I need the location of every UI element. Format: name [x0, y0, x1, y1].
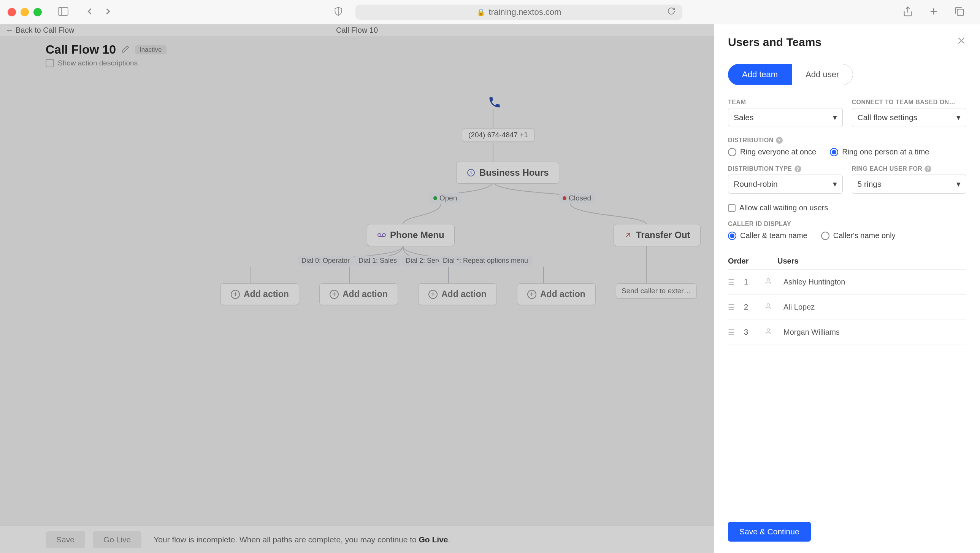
footer-message: Your flow is incomplete. When all paths …	[154, 535, 450, 544]
phone-start-icon	[486, 94, 503, 111]
user-name: Ashley Huntington	[783, 277, 845, 286]
users-column-header: Users	[777, 257, 799, 266]
caller-only-label: Caller's name only	[833, 231, 896, 240]
send-external-label: Send caller to exter…	[622, 287, 691, 295]
lock-icon: 🔒	[477, 8, 485, 16]
maximize-window-button[interactable]	[33, 8, 42, 16]
user-row[interactable]: ☰ 1 Ashley Huntington	[728, 270, 966, 295]
business-hours-node[interactable]: Business Hours	[456, 162, 559, 184]
save-continue-button[interactable]: Save & Continue	[728, 522, 811, 542]
phone-menu-label: Phone Menu	[390, 230, 444, 241]
drag-handle-icon[interactable]: ☰	[728, 328, 735, 337]
branch-open-label: Open	[430, 193, 461, 204]
user-order: 3	[744, 328, 755, 336]
edit-title-icon[interactable]	[121, 45, 130, 55]
add-action-label: Add action	[342, 289, 388, 299]
drag-handle-icon[interactable]: ☰	[728, 277, 735, 287]
clock-icon	[466, 168, 476, 177]
flow-canvas[interactable]: (204) 674-4847 +1 Business Hours Open Cl…	[0, 67, 714, 531]
caller-only-radio[interactable]: Caller's name only	[821, 231, 896, 240]
share-icon[interactable]	[902, 6, 913, 18]
ring-each-select[interactable]: 5 rings ▾	[852, 175, 967, 194]
user-icon	[764, 277, 772, 287]
add-action-button[interactable]: +Add action	[418, 283, 497, 305]
dial-1-label: Dial 1: Sales	[355, 256, 401, 266]
show-descriptions-label: Show action descriptions	[58, 59, 138, 67]
minimize-window-button[interactable]	[21, 8, 29, 16]
svg-point-14	[767, 278, 770, 281]
svg-point-8	[378, 234, 381, 237]
distribution-type-value: Round-robin	[734, 180, 778, 189]
drag-handle-icon[interactable]: ☰	[728, 303, 735, 312]
allow-call-waiting-checkbox[interactable]	[728, 204, 735, 212]
phone-menu-node[interactable]: Phone Menu	[367, 224, 455, 246]
order-column-header: Order	[728, 257, 758, 266]
arrow-up-right-icon	[624, 231, 632, 239]
dial-star-label: Dial *: Repeat options menu	[439, 256, 532, 266]
chevron-down-icon: ▾	[956, 113, 961, 122]
add-action-button[interactable]: +Add action	[517, 283, 596, 305]
add-action-button[interactable]: +Add action	[221, 283, 299, 305]
business-hours-label: Business Hours	[479, 167, 549, 178]
ring-everyone-label: Ring everyone at once	[740, 148, 816, 156]
close-window-button[interactable]	[8, 8, 16, 16]
team-value: Sales	[734, 113, 754, 122]
new-tab-icon[interactable]	[928, 6, 939, 18]
distribution-type-label: DISTRIBUTION TYPE?	[728, 166, 843, 172]
page-title: Call Flow 10	[46, 43, 116, 57]
privacy-shield-icon[interactable]	[333, 6, 343, 18]
forward-button[interactable]	[103, 6, 113, 18]
voicemail-icon	[377, 231, 386, 240]
back-to-call-flow-link[interactable]: ← Back to Call Flow	[6, 26, 75, 35]
user-icon	[764, 327, 772, 337]
chevron-down-icon: ▾	[956, 180, 961, 189]
send-external-node[interactable]: Send caller to exter…	[616, 283, 697, 298]
add-team-tab[interactable]: Add team	[728, 64, 792, 85]
tabs-overview-icon[interactable]	[954, 6, 965, 18]
allow-call-waiting-label: Allow call waiting on users	[739, 204, 828, 212]
add-user-tab[interactable]: Add user	[792, 64, 853, 85]
connect-select[interactable]: Call flow settings ▾	[852, 108, 967, 127]
window-controls	[8, 8, 42, 16]
team-select[interactable]: Sales ▾	[728, 108, 843, 127]
go-live-button[interactable]: Go Live	[93, 531, 142, 548]
ring-everyone-radio[interactable]: Ring everyone at once	[728, 148, 816, 156]
arrow-left-icon: ←	[6, 26, 13, 35]
ring-one-radio[interactable]: Ring one person at a time	[830, 148, 929, 156]
status-badge: Inactive	[135, 45, 167, 54]
add-action-button[interactable]: +Add action	[319, 283, 398, 305]
reload-icon[interactable]	[667, 7, 676, 18]
add-action-label: Add action	[441, 289, 487, 299]
call-flow-canvas-area: ← Back to Call Flow Call Flow 10 Call Fl…	[0, 24, 714, 553]
save-button[interactable]: Save	[46, 531, 85, 548]
connect-label: CONNECT TO TEAM BASED ON…	[852, 99, 967, 106]
back-button[interactable]	[84, 6, 95, 18]
user-name: Morgan Williams	[783, 328, 840, 336]
ring-each-label: RING EACH USER FOR?	[852, 166, 967, 172]
address-bar[interactable]: 🔒 training.nextos.com	[355, 5, 682, 20]
svg-line-11	[626, 233, 630, 237]
branch-closed-label: Closed	[559, 193, 595, 204]
user-order: 2	[744, 303, 755, 311]
ring-one-label: Ring one person at a time	[842, 148, 929, 156]
transfer-out-label: Transfer Out	[636, 230, 690, 241]
user-row[interactable]: ☰ 2 Ali Lopez	[728, 295, 966, 320]
help-icon[interactable]: ?	[776, 137, 783, 144]
top-center-title: Call Flow 10	[336, 26, 378, 35]
svg-rect-6	[957, 9, 963, 15]
caller-id-display-label: CALLER ID DISPLAY	[728, 221, 966, 228]
show-descriptions-checkbox[interactable]	[46, 59, 54, 67]
phone-number-node[interactable]: (204) 674-4847 +1	[462, 128, 535, 142]
distribution-type-select[interactable]: Round-robin ▾	[728, 175, 843, 194]
transfer-out-node[interactable]: Transfer Out	[614, 224, 701, 246]
sidebar-toggle-icon[interactable]	[58, 7, 68, 18]
help-icon[interactable]: ?	[924, 166, 931, 172]
user-row[interactable]: ☰ 3 Morgan Williams	[728, 320, 966, 345]
close-panel-button[interactable]	[956, 36, 966, 47]
plus-circle-icon: +	[428, 290, 438, 299]
help-icon[interactable]: ?	[794, 166, 801, 172]
svg-point-9	[382, 234, 385, 237]
caller-team-radio[interactable]: Caller & team name	[728, 231, 807, 240]
svg-point-15	[767, 303, 770, 306]
users-teams-panel: Users and Teams Add team Add user TEAM S…	[714, 24, 980, 553]
